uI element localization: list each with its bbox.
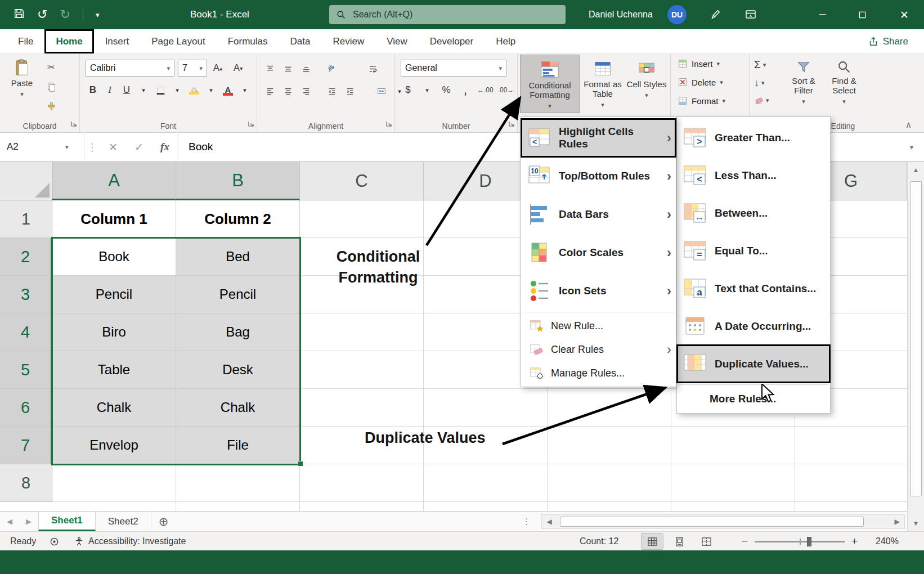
cell-styles-button[interactable]: Cell Styles ▾: [626, 55, 667, 100]
sort-filter-button[interactable]: Sort & Filter ▾: [784, 55, 823, 106]
select-all-corner[interactable]: [0, 162, 52, 200]
increase-indent-button[interactable]: [343, 83, 357, 99]
increase-font-button[interactable]: A▴: [210, 60, 225, 76]
vscroll-thumb[interactable]: [910, 181, 922, 496]
align-middle-button[interactable]: [281, 61, 295, 77]
zoom-slider[interactable]: [755, 541, 845, 542]
fill-button[interactable]: ↓ ▾: [754, 77, 765, 89]
comma-button[interactable]: ,: [458, 82, 473, 98]
tab-insert[interactable]: Insert: [94, 29, 141, 53]
col-header-b[interactable]: B: [176, 162, 300, 200]
maximize-button[interactable]: [844, 0, 880, 29]
borders-button[interactable]: [153, 82, 168, 98]
redo-button[interactable]: ↻: [60, 8, 70, 21]
currency-button[interactable]: $: [401, 82, 415, 98]
cell-b6[interactable]: Chalk: [176, 389, 300, 427]
cell-b5[interactable]: Desk: [176, 351, 300, 389]
formula-bar-handle[interactable]: ⋮: [84, 133, 100, 161]
wrap-text-button[interactable]: [365, 61, 380, 77]
insert-cells-button[interactable]: Insert ▾: [678, 59, 720, 69]
normal-view-button[interactable]: [642, 533, 663, 549]
search-input[interactable]: [352, 9, 537, 20]
align-left-button[interactable]: [263, 83, 277, 99]
conditional-formatting-button[interactable]: Conditional Formatting ▾: [521, 55, 579, 113]
menu-item-color-scales[interactable]: Color Scales ›: [521, 234, 676, 272]
sheet-tab-sheet1[interactable]: Sheet1: [38, 512, 96, 531]
accessibility-status[interactable]: Accessibility: Investigate: [74, 532, 186, 551]
merge-center-button[interactable]: [374, 83, 389, 99]
align-top-button[interactable]: [263, 61, 277, 77]
submenu-item-duplicate-values[interactable]: Duplicate Values...: [677, 345, 830, 383]
row-header-3[interactable]: 3: [0, 276, 52, 313]
undo-button[interactable]: ↺: [37, 8, 47, 21]
inking-button[interactable]: [703, 0, 728, 29]
align-bottom-button[interactable]: [299, 61, 313, 77]
menu-item-data-bars[interactable]: Data Bars ›: [521, 195, 676, 234]
sheet-tab-sheet2[interactable]: Sheet2: [96, 512, 151, 531]
font-dialog-launcher[interactable]: [248, 119, 254, 129]
row-header-1[interactable]: 1: [0, 200, 52, 238]
alignment-dialog-launcher[interactable]: [385, 119, 392, 129]
cut-button[interactable]: ✂: [44, 60, 59, 75]
delete-cells-button[interactable]: Delete ▾: [678, 77, 723, 87]
submenu-item-less-than[interactable]: < Less Than...: [677, 156, 830, 194]
menu-item-clear-rules[interactable]: Clear Rules ›: [521, 338, 676, 361]
row-header-7[interactable]: 7: [0, 427, 52, 464]
sheet-nav-left[interactable]: ◀: [0, 512, 19, 531]
decrease-indent-button[interactable]: [325, 83, 339, 99]
submenu-item-between[interactable]: ↔ Between...: [677, 194, 830, 232]
align-center-button[interactable]: [281, 83, 295, 99]
find-select-button[interactable]: Find & Select ▾: [825, 55, 863, 106]
hscroll-thumb[interactable]: [560, 517, 864, 527]
cell-a3[interactable]: Pencil: [52, 276, 176, 313]
fill-color-button[interactable]: [187, 82, 201, 98]
share-button[interactable]: Share: [868, 29, 908, 54]
row-header-8[interactable]: 8: [0, 464, 52, 502]
fill-color-caret-icon[interactable]: ▾: [204, 82, 218, 98]
font-color-caret-icon[interactable]: ▾: [237, 82, 252, 98]
menu-item-icon-sets[interactable]: Icon Sets ›: [521, 272, 676, 310]
tab-view[interactable]: View: [375, 29, 419, 53]
menu-item-manage-rules[interactable]: Manage Rules...: [521, 361, 676, 385]
cancel-entry-button[interactable]: ✕: [100, 133, 126, 161]
ribbon-display-options-button[interactable]: [738, 0, 763, 29]
search-bar[interactable]: [329, 5, 566, 24]
tab-file[interactable]: File: [7, 29, 44, 53]
tab-home[interactable]: Home: [44, 29, 93, 53]
cell-a2-active[interactable]: Book: [52, 238, 176, 276]
col-header-c[interactable]: C: [300, 162, 424, 200]
collapse-ribbon-button[interactable]: ∧: [905, 120, 912, 130]
submenu-item-equal-to[interactable]: = Equal To...: [677, 232, 830, 270]
page-layout-view-button[interactable]: [669, 533, 690, 549]
row-header-2[interactable]: 2: [0, 238, 52, 276]
fill-handle[interactable]: [298, 461, 303, 467]
submenu-item-text-that-contains[interactable]: a Text that Contains...: [677, 270, 830, 307]
status-count[interactable]: Count: 12: [580, 532, 618, 551]
row-header-4[interactable]: 4: [0, 313, 52, 351]
tab-data[interactable]: Data: [279, 29, 322, 53]
hscroll-left-arrow[interactable]: ◀: [542, 518, 557, 526]
tab-formulas[interactable]: Formulas: [217, 29, 279, 53]
submenu-item-a-date-occurring[interactable]: A Date Occurring...: [677, 307, 830, 345]
cell-b7[interactable]: File: [176, 427, 300, 464]
sheet-nav-right[interactable]: ▶: [19, 512, 38, 531]
minimize-button[interactable]: [805, 0, 841, 29]
cell-b2[interactable]: Bed: [176, 238, 300, 276]
zoom-in-button[interactable]: +: [851, 535, 858, 548]
vertical-scrollbar[interactable]: ▲ ▼: [907, 162, 924, 531]
confirm-entry-button[interactable]: ✓: [126, 133, 152, 161]
clear-button[interactable]: ▾: [754, 96, 769, 105]
row-header-6[interactable]: 6: [0, 389, 52, 427]
avatar[interactable]: DU: [667, 5, 687, 24]
font-color-button[interactable]: A: [221, 82, 235, 98]
underline-caret-icon[interactable]: ▾: [136, 82, 151, 98]
vscroll-up-arrow[interactable]: ▲: [908, 162, 924, 178]
format-cells-button[interactable]: Format ▾: [678, 96, 725, 106]
macro-record-button[interactable]: [50, 532, 59, 551]
cell-b3[interactable]: Pencil: [176, 276, 300, 313]
horizontal-scrollbar[interactable]: ◀ ▶: [541, 514, 905, 529]
orientation-button[interactable]: ab: [325, 61, 339, 77]
paste-button[interactable]: Paste ▾: [6, 54, 38, 99]
cell-b1[interactable]: Column 2: [176, 200, 300, 238]
align-right-button[interactable]: [299, 83, 313, 99]
